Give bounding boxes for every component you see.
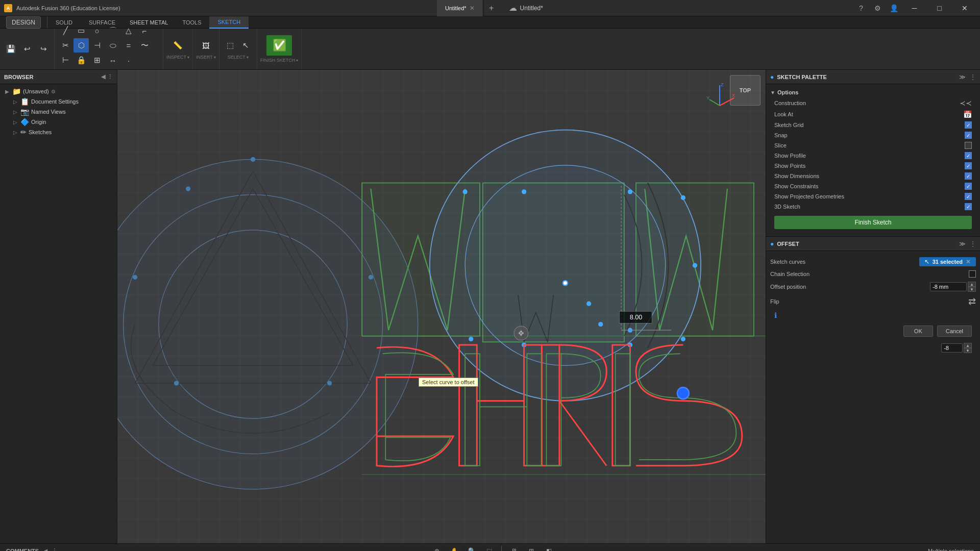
- pattern-tool[interactable]: ⊞: [89, 53, 105, 67]
- calendar-icon[interactable]: 📅: [963, 110, 972, 118]
- file-tab[interactable]: Untitled* ✕: [437, 0, 483, 16]
- offset-controls: ≫ ⋮: [959, 240, 976, 247]
- zoom-fit-icon[interactable]: ⬚: [482, 544, 496, 552]
- close-button[interactable]: ✕: [953, 0, 976, 16]
- pan-icon[interactable]: ✋: [447, 544, 461, 552]
- insert-image-tool[interactable]: 🖼: [198, 38, 213, 53]
- orbit-icon[interactable]: ⊕: [430, 544, 444, 552]
- rect-tool[interactable]: ▭: [74, 23, 89, 38]
- comments-expand[interactable]: ◀: [43, 547, 47, 552]
- trim-tool[interactable]: ✂: [58, 38, 73, 53]
- palette-row-3d-sketch: 3D Sketch: [770, 202, 976, 212]
- options-section-header[interactable]: ▼ Options: [770, 87, 976, 97]
- browser-more[interactable]: ⋮: [107, 73, 113, 80]
- undo-button[interactable]: ↩: [19, 42, 35, 56]
- tree-item-named-views[interactable]: ▷ 📷 Named Views: [2, 107, 115, 117]
- svg-point-17: [628, 189, 632, 194]
- palette-row-show-constraints: Show Constraints: [770, 181, 976, 191]
- offset-tool[interactable]: ⬡: [74, 38, 89, 53]
- display-icon[interactable]: ◧: [542, 544, 556, 552]
- design-button[interactable]: DESIGN: [6, 16, 41, 29]
- 3d-sketch-checkbox[interactable]: [965, 203, 972, 210]
- show-profile-checkbox[interactable]: [965, 152, 972, 159]
- scale-tool[interactable]: ↔: [105, 53, 120, 67]
- equal-tool[interactable]: =: [121, 38, 136, 53]
- tab-close[interactable]: ✕: [470, 5, 475, 12]
- move-icon[interactable]: ✥: [514, 326, 528, 340]
- snap-checkbox[interactable]: [965, 132, 972, 139]
- grid-icon[interactable]: ⊞: [524, 544, 538, 552]
- look-at-control[interactable]: 📅: [963, 110, 972, 118]
- account-icon[interactable]: 👤: [887, 1, 901, 15]
- offset-bottom-decrement[interactable]: ▼: [964, 348, 972, 353]
- show-projected-checkbox[interactable]: [965, 193, 972, 200]
- view-icon[interactable]: 🖥: [507, 544, 521, 552]
- maximize-button[interactable]: □: [928, 0, 951, 16]
- ok-button[interactable]: OK: [903, 325, 933, 337]
- browser-collapse[interactable]: ◀: [101, 73, 105, 80]
- sketch-curves-row: Sketch curves ↖ 31 selected ✕: [770, 255, 976, 268]
- show-dimensions-checkbox[interactable]: [965, 172, 972, 180]
- svg-line-51: [709, 99, 720, 106]
- ellipse-tool[interactable]: ⬭: [105, 38, 120, 53]
- sketch-grid-checkbox[interactable]: [965, 121, 972, 129]
- tab-area: Untitled* ✕ +: [437, 0, 500, 16]
- clear-selection-btn[interactable]: ✕: [966, 258, 971, 265]
- line-tool[interactable]: ╱: [58, 23, 73, 38]
- polygon-tool[interactable]: △: [121, 23, 136, 38]
- inspect-tools: 📏: [170, 38, 186, 53]
- tool-groups: 💾 ↩ ↪ ╱ ▭ ○ ⌒ △ ⌐ ✂: [0, 29, 980, 69]
- tree-item-doc-settings[interactable]: ▷ 📋 Document Settings: [2, 96, 115, 107]
- palette-arrow[interactable]: ⋮: [970, 73, 976, 81]
- offset-decrement-btn[interactable]: ▼: [968, 287, 976, 292]
- right-panel: ● SKETCH PALETTE ≫ ⋮ ▼ Options Construct…: [766, 70, 980, 543]
- show-points-checkbox[interactable]: [965, 162, 972, 169]
- offset-bottom-increment[interactable]: ▲: [964, 343, 972, 348]
- canvas-area[interactable]: 8.00 ✥ Select curve to offset TOP Z X Y: [117, 70, 766, 543]
- offset-bottom-field[interactable]: [942, 344, 962, 352]
- comments-more[interactable]: ⋮: [52, 547, 58, 552]
- zoom-icon[interactable]: 🔍: [464, 544, 479, 552]
- spline-tool[interactable]: 〜: [137, 38, 152, 53]
- cancel-button[interactable]: Cancel: [937, 325, 972, 337]
- mirror-tool[interactable]: ⊣: [89, 38, 105, 53]
- redo-button[interactable]: ↪: [36, 42, 51, 56]
- tab-tools[interactable]: TOOLS: [174, 16, 209, 29]
- palette-expand[interactable]: ≫: [959, 73, 966, 81]
- tree-item-root[interactable]: ▶ 📁 (Unsaved) ⚙: [2, 86, 115, 96]
- tab-sketch[interactable]: SKETCH: [209, 16, 249, 29]
- measure-tool[interactable]: 📏: [170, 38, 186, 53]
- show-constraints-checkbox[interactable]: [965, 183, 972, 190]
- minimize-button[interactable]: ─: [903, 0, 926, 16]
- settings-icon[interactable]: ⚙: [870, 1, 885, 15]
- select-filter-tool[interactable]: ⬚: [223, 38, 238, 53]
- finish-sketch-tool[interactable]: ✅: [266, 35, 292, 56]
- construction-icon[interactable]: ≺≺: [960, 99, 972, 107]
- offset-input-field[interactable]: [930, 283, 966, 291]
- offset-increment-btn[interactable]: ▲: [968, 282, 976, 287]
- file-name: Untitled*: [520, 5, 543, 12]
- offset-expand[interactable]: ≫: [959, 240, 966, 247]
- circle-tool[interactable]: ○: [89, 23, 105, 38]
- select-tool[interactable]: ↖: [238, 38, 254, 53]
- chain-selection-checkbox[interactable]: [969, 270, 976, 278]
- offset-bottom-stepper: ▲ ▼: [964, 343, 972, 353]
- new-tab-button[interactable]: +: [483, 0, 500, 16]
- history-group: 💾 ↩ ↪: [0, 29, 55, 69]
- construction-control[interactable]: ≺≺: [960, 99, 972, 107]
- tree-item-origin[interactable]: ▷ 🔷 Origin: [2, 117, 115, 127]
- slice-checkbox[interactable]: [965, 142, 972, 149]
- arc-tool[interactable]: ⌒: [105, 23, 120, 38]
- tree-item-sketches[interactable]: ▷ ✏ Sketches: [2, 127, 115, 137]
- offset-more[interactable]: ⋮: [970, 240, 976, 247]
- fillet-tool[interactable]: ⌐: [137, 23, 152, 38]
- selection-point[interactable]: [677, 387, 689, 399]
- save-button[interactable]: 💾: [3, 42, 18, 56]
- help-icon[interactable]: ?: [854, 1, 868, 15]
- lock-tool[interactable]: 🔒: [74, 53, 89, 67]
- finish-sketch-btn[interactable]: Finish Sketch: [774, 216, 972, 229]
- flip-icon[interactable]: ⇄: [968, 296, 976, 307]
- extend-tool[interactable]: ⊢: [58, 53, 73, 67]
- palette-dot: ●: [770, 73, 774, 81]
- point-tool[interactable]: ·: [121, 53, 136, 67]
